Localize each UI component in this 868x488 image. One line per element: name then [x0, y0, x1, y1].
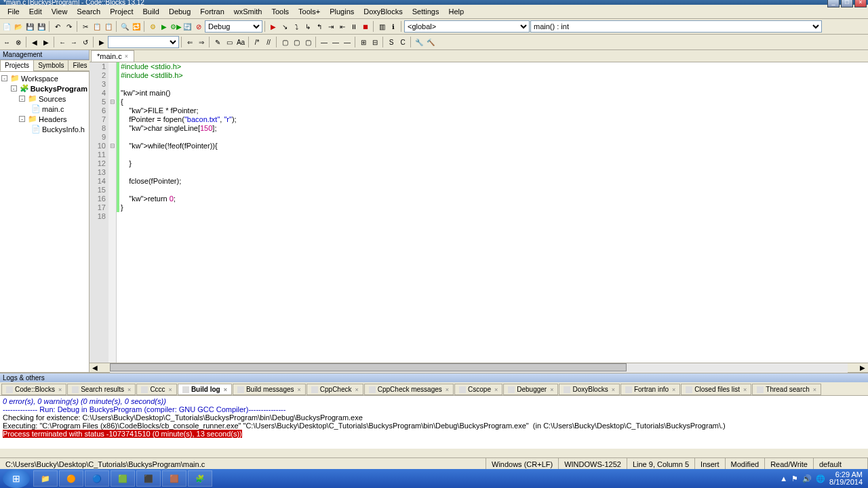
- code-line[interactable]: "kw">while(!feof(fPointer)){: [121, 142, 868, 150]
- log-tab-closedfileslist[interactable]: Closed files list×: [681, 384, 751, 395]
- build-target-select[interactable]: Debug: [205, 20, 262, 33]
- menu-project[interactable]: Project: [105, 6, 138, 17]
- paste-icon[interactable]: 📋: [103, 21, 114, 32]
- dummy4-icon[interactable]: —: [319, 37, 330, 47]
- close-icon[interactable]: ×: [127, 386, 131, 393]
- scope-select[interactable]: <global>: [404, 20, 530, 33]
- nav-forward-icon[interactable]: ⇒: [196, 37, 207, 47]
- scroll-right-icon[interactable]: ▶: [857, 363, 868, 373]
- toggle-source-icon[interactable]: ↔: [1, 37, 12, 47]
- close-icon[interactable]: ×: [612, 386, 615, 393]
- log-tab-cppcheckmessages[interactable]: CppCheck messages×: [364, 384, 454, 395]
- selection-icon[interactable]: ▭: [224, 37, 235, 47]
- prev-bookmark-icon[interactable]: ◀: [29, 37, 40, 47]
- abort-compile-icon[interactable]: ⊗: [13, 37, 24, 47]
- code-line[interactable]: "kw">return 0;: [121, 195, 868, 203]
- sidebar-tab-symbols[interactable]: Symbols: [33, 60, 68, 71]
- back-icon[interactable]: ←: [57, 37, 68, 47]
- log-tab-codeblocks[interactable]: Code::Blocks×: [1, 384, 66, 395]
- break-icon[interactable]: ⏸: [349, 21, 359, 32]
- code-line[interactable]: fclose(fPointer);: [121, 177, 868, 186]
- log-tab-searchresults[interactable]: Search results×: [67, 384, 136, 395]
- copy-icon[interactable]: 📋: [92, 21, 102, 32]
- open-file-icon[interactable]: 📂: [13, 21, 24, 32]
- dummy3-icon[interactable]: ▢: [302, 37, 313, 47]
- abort-icon[interactable]: ⊘: [193, 21, 204, 32]
- menu-settings[interactable]: Settings: [408, 6, 444, 17]
- menu-build[interactable]: Build: [138, 6, 163, 17]
- start-button[interactable]: ⊞: [3, 469, 30, 488]
- close-icon[interactable]: ×: [743, 386, 747, 393]
- cut-icon[interactable]: ✂: [80, 21, 91, 32]
- code-line[interactable]: #include <stdlib.h>: [121, 71, 868, 80]
- wrench-icon[interactable]: 🔨: [425, 37, 436, 47]
- build-run-icon[interactable]: ⚙▶: [170, 21, 181, 32]
- close-icon[interactable]: ×: [446, 386, 449, 393]
- code-editor[interactable]: 123456789101112131415161718 ⊟⊟ #include …: [90, 62, 868, 363]
- save-all-icon[interactable]: 💾: [36, 21, 47, 32]
- menu-help[interactable]: Help: [443, 6, 469, 17]
- code-line[interactable]: [121, 133, 868, 142]
- tray-clock[interactable]: 6:29 AM8/19/2014: [829, 471, 863, 486]
- run-script-icon[interactable]: ▶: [96, 37, 107, 47]
- scroll-thumb[interactable]: [110, 363, 627, 371]
- sidebar-tab-files[interactable]: Files: [68, 60, 92, 71]
- dummy5-icon[interactable]: —: [330, 37, 341, 47]
- menu-file[interactable]: File: [3, 6, 24, 17]
- task-codeblocks[interactable]: 🧩: [188, 470, 212, 487]
- fortran-icon[interactable]: ⊞: [358, 37, 369, 47]
- code-line[interactable]: {: [121, 98, 868, 106]
- tree-headers-folder[interactable]: -📁Headers: [1, 114, 87, 124]
- log-tab-threadsearch[interactable]: Thread search×: [752, 384, 821, 395]
- log-tab-fortraninfo[interactable]: Fortran info×: [620, 384, 680, 395]
- code-line[interactable]: [121, 80, 868, 89]
- regex-s-icon[interactable]: S: [386, 37, 397, 47]
- close-button[interactable]: ×: [854, 0, 867, 7]
- task-app3[interactable]: 🟫: [162, 470, 186, 487]
- dummy2-icon[interactable]: ▢: [291, 37, 302, 47]
- replace-icon[interactable]: 🔁: [131, 21, 142, 32]
- system-tray[interactable]: ▲ ⚑ 🔊 🌐 6:29 AM8/19/2014: [780, 471, 868, 486]
- redo-icon[interactable]: ↷: [64, 21, 75, 32]
- code-line[interactable]: }: [121, 159, 868, 168]
- settings-icon[interactable]: 🔧: [414, 37, 425, 47]
- horizontal-scrollbar[interactable]: ◀ ▶: [90, 363, 868, 372]
- sidebar-tab-projects[interactable]: Projects: [0, 60, 34, 71]
- undo-icon[interactable]: ↶: [52, 21, 63, 32]
- dummy1-icon[interactable]: ▢: [279, 37, 290, 47]
- close-icon[interactable]: ×: [813, 386, 816, 393]
- tree-file-mainc[interactable]: 📄main.c: [1, 104, 87, 114]
- code-line[interactable]: [121, 150, 868, 159]
- code-line[interactable]: fPointer = fopen("bacon.txt", "r");: [121, 115, 868, 124]
- next-bookmark-icon[interactable]: ▶: [41, 37, 52, 47]
- close-icon[interactable]: ×: [58, 386, 62, 393]
- task-app1[interactable]: 🟩: [111, 470, 135, 487]
- tray-up-icon[interactable]: ▲: [780, 474, 787, 483]
- tree-file-header[interactable]: 📄BuckysInfo.h: [1, 124, 87, 134]
- nav-back-icon[interactable]: ⇐: [184, 37, 195, 47]
- function-select[interactable]: main() : int: [530, 20, 822, 33]
- task-chrome[interactable]: 🔵: [85, 470, 109, 487]
- menu-debug[interactable]: Debug: [164, 6, 195, 17]
- code-line[interactable]: "kw">FILE * fPointer;: [121, 106, 868, 115]
- tree-project[interactable]: -🧩BuckysProgram: [1, 83, 87, 94]
- tray-network-icon[interactable]: 🌐: [816, 474, 825, 483]
- rebuild-icon[interactable]: 🔄: [182, 21, 193, 32]
- build-icon[interactable]: ⚙: [147, 21, 158, 32]
- menu-tools[interactable]: Tools: [267, 6, 294, 17]
- menu-fortran[interactable]: Fortran: [195, 6, 229, 17]
- menu-wxsmith[interactable]: wxSmith: [229, 6, 267, 17]
- task-explorer[interactable]: 📁: [33, 470, 58, 487]
- forward-icon[interactable]: →: [68, 37, 79, 47]
- run-to-cursor-icon[interactable]: ↘: [279, 21, 290, 32]
- log-tab-doxyblocks[interactable]: DoxyBlocks×: [559, 384, 620, 395]
- case-icon[interactable]: Aa: [235, 37, 246, 47]
- close-icon[interactable]: ×: [169, 386, 172, 393]
- code-line[interactable]: [121, 212, 868, 221]
- step-into-icon[interactable]: ↳: [302, 21, 313, 32]
- code-line[interactable]: [121, 168, 868, 177]
- save-icon[interactable]: 💾: [24, 21, 35, 32]
- editor-tab-mainc[interactable]: *main.c×: [91, 50, 134, 62]
- run-icon[interactable]: ▶: [159, 21, 170, 32]
- log-tab-cppcheck[interactable]: CppCheck×: [307, 384, 363, 395]
